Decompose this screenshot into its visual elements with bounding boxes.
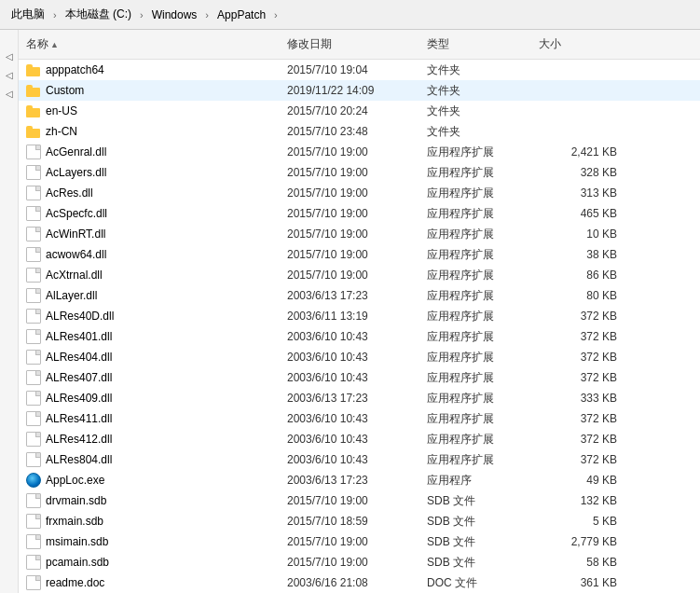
- file-name: AcGenral.dll: [19, 145, 280, 159]
- table-row[interactable]: Custom 2019/11/22 14:09 文件夹: [19, 80, 700, 101]
- file-date: 2003/6/13 17:23: [280, 474, 419, 487]
- file-type: 应用程序扩展: [419, 165, 531, 181]
- file-name-text: en-US: [46, 104, 77, 117]
- file-type: 应用程序扩展: [419, 247, 531, 263]
- sort-arrow-name: ▲: [50, 40, 59, 49]
- table-row[interactable]: apppatch64 2015/7/10 19:04 文件夹: [19, 60, 700, 80]
- file-name: ALRes404.dll: [19, 350, 280, 365]
- table-row[interactable]: AcGenral.dll 2015/7/10 19:00 应用程序扩展 2,42…: [19, 142, 700, 162]
- file-type: 应用程序扩展: [419, 206, 531, 222]
- file-area: 名称 ▲ 修改日期 类型 大小 apppatch64 2015/7/10 19:…: [19, 30, 700, 593]
- file-name-text: ALRes404.dll: [46, 351, 112, 364]
- file-date: 2015/7/10 19:04: [280, 63, 419, 76]
- col-header-date[interactable]: 修改日期: [280, 34, 419, 55]
- nav-arrow-3[interactable]: ◁: [2, 86, 17, 101]
- sdb-icon: [26, 534, 41, 549]
- file-name: ALRes804.dll: [19, 452, 280, 467]
- nav-arrow-1[interactable]: ◁: [2, 48, 17, 63]
- table-row[interactable]: AppLoc.exe 2003/6/13 17:23 应用程序 49 KB: [19, 470, 700, 490]
- file-name: AcXtrnal.dll: [19, 268, 280, 283]
- table-row[interactable]: frxmain.sdb 2015/7/10 18:59 SDB 文件 5 KB: [19, 511, 700, 531]
- table-row[interactable]: AlLayer.dll 2003/6/13 17:23 应用程序扩展 80 KB: [19, 285, 700, 306]
- table-row[interactable]: ALRes404.dll 2003/6/10 10:43 应用程序扩展 372 …: [19, 347, 700, 367]
- table-row[interactable]: ALRes411.dll 2003/6/10 10:43 应用程序扩展 372 …: [19, 408, 700, 429]
- table-row[interactable]: ALRes40D.dll 2003/6/11 13:19 应用程序扩展 372 …: [19, 306, 700, 326]
- file-date: 2015/7/10 19:00: [280, 494, 419, 507]
- table-row[interactable]: AcSpecfc.dll 2015/7/10 19:00 应用程序扩展 465 …: [19, 203, 700, 224]
- file-name-text: AlLayer.dll: [46, 289, 97, 302]
- file-name: AcWinRT.dll: [19, 227, 280, 241]
- table-row[interactable]: AcWinRT.dll 2015/7/10 19:00 应用程序扩展 10 KB: [19, 224, 700, 244]
- folder-icon: [26, 103, 41, 118]
- file-name: pcamain.sdb: [19, 555, 280, 570]
- nav-panel: ◁ ◁ ◁: [0, 30, 19, 593]
- table-row[interactable]: AcRes.dll 2015/7/10 19:00 应用程序扩展 313 KB: [19, 183, 700, 203]
- file-type: 文件夹: [419, 83, 531, 99]
- file-date: 2015/7/10 23:48: [280, 125, 419, 138]
- dll-icon: [26, 329, 41, 344]
- file-type: 应用程序扩展: [419, 329, 531, 345]
- col-header-type[interactable]: 类型: [419, 34, 531, 55]
- dll-icon: [26, 432, 41, 447]
- table-row[interactable]: ALRes412.dll 2003/6/10 10:43 应用程序扩展 372 …: [19, 429, 700, 449]
- table-row[interactable]: readme.doc 2003/6/16 21:08 DOC 文件 361 KB: [19, 572, 700, 593]
- table-row[interactable]: ALRes409.dll 2003/6/13 17:23 应用程序扩展 333 …: [19, 388, 700, 408]
- folder-icon: [26, 83, 41, 98]
- breadcrumb-sep-2: ›: [140, 9, 144, 21]
- file-size: 372 KB: [531, 412, 625, 425]
- file-date: 2015/7/10 19:00: [280, 556, 419, 569]
- table-row[interactable]: zh-CN 2015/7/10 23:48 文件夹: [19, 121, 700, 142]
- file-name-text: AcGenral.dll: [46, 145, 106, 159]
- file-date: 2019/11/22 14:09: [280, 84, 419, 97]
- file-list[interactable]: apppatch64 2015/7/10 19:04 文件夹 Custom 20…: [19, 60, 700, 593]
- breadcrumb-sep-1: ›: [53, 9, 57, 21]
- table-row[interactable]: ALRes804.dll 2003/6/10 10:43 应用程序扩展 372 …: [19, 449, 700, 470]
- table-row[interactable]: ALRes401.dll 2003/6/10 10:43 应用程序扩展 372 …: [19, 326, 700, 347]
- dll-icon: [26, 145, 41, 159]
- table-row[interactable]: AcXtrnal.dll 2015/7/10 19:00 应用程序扩展 86 K…: [19, 265, 700, 285]
- file-date: 2015/7/10 19:00: [280, 535, 419, 548]
- file-name: ALRes409.dll: [19, 391, 280, 406]
- col-header-name[interactable]: 名称 ▲: [19, 34, 280, 55]
- file-date: 2015/7/10 19:00: [280, 228, 419, 241]
- file-date: 2015/7/10 19:00: [280, 145, 419, 159]
- file-name-text: ALRes40D.dll: [46, 310, 114, 323]
- breadcrumb-this-pc[interactable]: 此电脑: [7, 5, 48, 24]
- file-name: ALRes40D.dll: [19, 309, 280, 324]
- breadcrumb-apppatch[interactable]: AppPatch: [213, 7, 269, 23]
- doc-icon: [26, 575, 41, 590]
- file-type: 文件夹: [419, 62, 531, 78]
- table-row[interactable]: ALRes407.dll 2003/6/10 10:43 应用程序扩展 372 …: [19, 367, 700, 388]
- breadcrumb-c-drive[interactable]: 本地磁盘 (C:): [62, 5, 135, 24]
- file-name: AcSpecfc.dll: [19, 206, 280, 221]
- table-row[interactable]: pcamain.sdb 2015/7/10 19:00 SDB 文件 58 KB: [19, 552, 700, 572]
- file-date: 2015/7/10 19:00: [280, 186, 419, 200]
- breadcrumb-sep-4: ›: [274, 9, 278, 21]
- file-size: 361 KB: [531, 576, 625, 589]
- table-row[interactable]: drvmain.sdb 2015/7/10 19:00 SDB 文件 132 K…: [19, 490, 700, 511]
- table-row[interactable]: AcLayers.dll 2015/7/10 19:00 应用程序扩展 328 …: [19, 162, 700, 183]
- nav-arrow-2[interactable]: ◁: [2, 67, 17, 82]
- col-header-size[interactable]: 大小: [531, 34, 625, 55]
- file-name-text: readme.doc: [46, 576, 104, 589]
- file-size: 372 KB: [531, 330, 625, 343]
- file-name-text: AcSpecfc.dll: [46, 207, 107, 220]
- file-date: 2015/7/10 19:00: [280, 269, 419, 282]
- table-row[interactable]: msimain.sdb 2015/7/10 19:00 SDB 文件 2,779…: [19, 531, 700, 552]
- file-name: frxmain.sdb: [19, 514, 280, 529]
- breadcrumb-windows[interactable]: Windows: [148, 7, 201, 23]
- table-row[interactable]: en-US 2015/7/10 20:24 文件夹: [19, 101, 700, 121]
- dll-icon: [26, 288, 41, 303]
- file-name: acwow64.dll: [19, 247, 280, 262]
- table-row[interactable]: acwow64.dll 2015/7/10 19:00 应用程序扩展 38 KB: [19, 244, 700, 265]
- sdb-icon: [26, 555, 41, 570]
- dll-icon: [26, 186, 41, 200]
- file-name-text: AppLoc.exe: [46, 474, 104, 487]
- file-name: drvmain.sdb: [19, 493, 280, 508]
- file-name: msimain.sdb: [19, 534, 280, 549]
- file-size: 372 KB: [531, 453, 625, 466]
- sdb-icon: [26, 493, 41, 508]
- file-date: 2003/6/16 21:08: [280, 576, 419, 589]
- file-size: 132 KB: [531, 494, 625, 507]
- file-name-text: ALRes804.dll: [46, 453, 112, 466]
